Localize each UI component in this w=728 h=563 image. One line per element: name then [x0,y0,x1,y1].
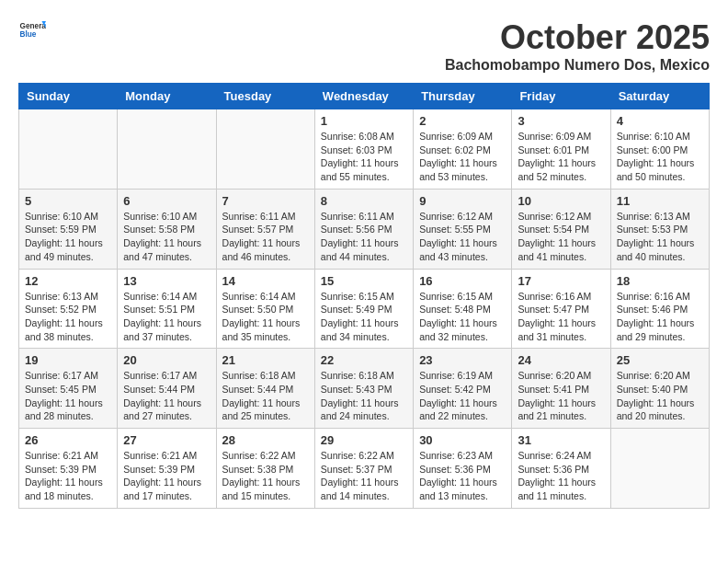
day-cell: 9Sunrise: 6:12 AMSunset: 5:55 PMDaylight… [414,189,512,269]
day-number: 6 [123,194,210,208]
day-info: Sunrise: 6:14 AMSunset: 5:50 PMDaylight:… [222,290,309,344]
day-cell: 7Sunrise: 6:11 AMSunset: 5:57 PMDaylight… [216,189,314,269]
week-row-1: 1Sunrise: 6:08 AMSunset: 6:03 PMDaylight… [19,109,710,190]
day-info: Sunrise: 6:16 AMSunset: 5:46 PMDaylight:… [617,290,703,344]
day-cell [216,109,314,190]
day-cell: 29Sunrise: 6:22 AMSunset: 5:37 PMDayligh… [314,429,413,509]
day-number: 13 [123,274,210,288]
day-number: 28 [222,433,309,447]
day-number: 25 [617,353,703,367]
day-cell: 5Sunrise: 6:10 AMSunset: 5:59 PMDaylight… [19,189,118,269]
day-info: Sunrise: 6:20 AMSunset: 5:40 PMDaylight:… [617,369,703,423]
day-cell: 17Sunrise: 6:16 AMSunset: 5:47 PMDayligh… [512,269,610,349]
day-cell: 20Sunrise: 6:17 AMSunset: 5:44 PMDayligh… [118,349,216,429]
day-info: Sunrise: 6:09 AMSunset: 6:02 PMDaylight:… [419,130,506,184]
day-number: 14 [222,274,309,288]
day-cell: 26Sunrise: 6:21 AMSunset: 5:39 PMDayligh… [19,429,118,509]
week-row-3: 12Sunrise: 6:13 AMSunset: 5:52 PMDayligh… [19,269,710,349]
day-info: Sunrise: 6:12 AMSunset: 5:54 PMDaylight:… [518,210,604,264]
day-cell: 23Sunrise: 6:19 AMSunset: 5:42 PMDayligh… [414,349,512,429]
week-row-2: 5Sunrise: 6:10 AMSunset: 5:59 PMDaylight… [19,189,710,269]
day-info: Sunrise: 6:24 AMSunset: 5:36 PMDaylight:… [518,449,604,503]
day-cell [610,429,709,509]
day-info: Sunrise: 6:10 AMSunset: 5:58 PMDaylight:… [123,210,210,264]
day-cell: 12Sunrise: 6:13 AMSunset: 5:52 PMDayligh… [19,269,118,349]
day-cell: 22Sunrise: 6:18 AMSunset: 5:43 PMDayligh… [314,349,413,429]
day-cell: 8Sunrise: 6:11 AMSunset: 5:56 PMDaylight… [314,189,413,269]
day-number: 7 [222,194,309,208]
day-info: Sunrise: 6:15 AMSunset: 5:48 PMDaylight:… [419,290,506,344]
day-number: 24 [518,353,604,367]
day-number: 9 [419,194,506,208]
day-number: 19 [25,353,111,367]
day-cell [19,109,118,190]
day-info: Sunrise: 6:13 AMSunset: 5:52 PMDaylight:… [25,290,111,344]
day-number: 17 [518,274,604,288]
day-number: 18 [617,274,703,288]
day-cell: 15Sunrise: 6:15 AMSunset: 5:49 PMDayligh… [314,269,413,349]
day-cell: 18Sunrise: 6:16 AMSunset: 5:46 PMDayligh… [610,269,709,349]
day-cell: 19Sunrise: 6:17 AMSunset: 5:45 PMDayligh… [19,349,118,429]
calendar-table: Sunday Monday Tuesday Wednesday Thursday… [18,83,710,509]
day-number: 10 [518,194,604,208]
day-cell: 6Sunrise: 6:10 AMSunset: 5:58 PMDaylight… [118,189,216,269]
day-info: Sunrise: 6:21 AMSunset: 5:39 PMDaylight:… [25,449,111,503]
day-info: Sunrise: 6:19 AMSunset: 5:42 PMDaylight:… [419,369,506,423]
day-number: 22 [321,353,407,367]
day-info: Sunrise: 6:10 AMSunset: 5:59 PMDaylight:… [25,210,111,264]
day-info: Sunrise: 6:08 AMSunset: 6:03 PMDaylight:… [321,130,407,184]
day-cell: 10Sunrise: 6:12 AMSunset: 5:54 PMDayligh… [512,189,610,269]
day-cell: 4Sunrise: 6:10 AMSunset: 6:00 PMDaylight… [610,109,709,190]
day-cell: 25Sunrise: 6:20 AMSunset: 5:40 PMDayligh… [610,349,709,429]
svg-text:Blue: Blue [20,30,37,39]
day-info: Sunrise: 6:17 AMSunset: 5:44 PMDaylight:… [123,369,210,423]
day-number: 21 [222,353,309,367]
col-wednesday: Wednesday [314,84,413,109]
day-info: Sunrise: 6:17 AMSunset: 5:45 PMDaylight:… [25,369,111,423]
day-info: Sunrise: 6:23 AMSunset: 5:36 PMDaylight:… [419,449,506,503]
day-number: 1 [321,114,407,128]
day-cell: 16Sunrise: 6:15 AMSunset: 5:48 PMDayligh… [414,269,512,349]
day-cell [118,109,216,190]
day-number: 4 [617,114,703,128]
day-info: Sunrise: 6:10 AMSunset: 6:00 PMDaylight:… [617,130,703,184]
day-number: 23 [419,353,506,367]
title-area: October 2025 Bachomobampo Numero Dos, Me… [445,18,710,74]
day-cell: 28Sunrise: 6:22 AMSunset: 5:38 PMDayligh… [216,429,314,509]
day-info: Sunrise: 6:11 AMSunset: 5:57 PMDaylight:… [222,210,309,264]
day-number: 30 [419,433,506,447]
day-cell: 30Sunrise: 6:23 AMSunset: 5:36 PMDayligh… [414,429,512,509]
day-cell: 11Sunrise: 6:13 AMSunset: 5:53 PMDayligh… [610,189,709,269]
day-number: 8 [321,194,407,208]
day-info: Sunrise: 6:11 AMSunset: 5:56 PMDaylight:… [321,210,407,264]
day-number: 20 [123,353,210,367]
svg-text:General: General [20,22,47,30]
col-saturday: Saturday [610,84,709,109]
day-info: Sunrise: 6:20 AMSunset: 5:41 PMDaylight:… [518,369,604,423]
day-info: Sunrise: 6:18 AMSunset: 5:43 PMDaylight:… [321,369,407,423]
day-number: 5 [25,194,111,208]
day-number: 2 [419,114,506,128]
day-number: 26 [25,433,111,447]
day-number: 15 [321,274,407,288]
col-tuesday: Tuesday [216,84,314,109]
day-info: Sunrise: 6:22 AMSunset: 5:37 PMDaylight:… [321,449,407,503]
logo: General Blue [18,18,46,40]
month-title: October 2025 [445,18,710,57]
day-info: Sunrise: 6:09 AMSunset: 6:01 PMDaylight:… [518,130,604,184]
day-info: Sunrise: 6:22 AMSunset: 5:38 PMDaylight:… [222,449,309,503]
day-number: 29 [321,433,407,447]
day-cell: 1Sunrise: 6:08 AMSunset: 6:03 PMDaylight… [314,109,413,190]
week-row-5: 26Sunrise: 6:21 AMSunset: 5:39 PMDayligh… [19,429,710,509]
day-number: 11 [617,194,703,208]
day-number: 27 [123,433,210,447]
header: General Blue October 2025 Bachomobampo N… [18,18,710,74]
day-info: Sunrise: 6:12 AMSunset: 5:55 PMDaylight:… [419,210,506,264]
logo-icon: General Blue [18,18,46,40]
week-row-4: 19Sunrise: 6:17 AMSunset: 5:45 PMDayligh… [19,349,710,429]
day-cell: 24Sunrise: 6:20 AMSunset: 5:41 PMDayligh… [512,349,610,429]
day-cell: 13Sunrise: 6:14 AMSunset: 5:51 PMDayligh… [118,269,216,349]
col-monday: Monday [118,84,216,109]
col-thursday: Thursday [414,84,512,109]
day-number: 31 [518,433,604,447]
